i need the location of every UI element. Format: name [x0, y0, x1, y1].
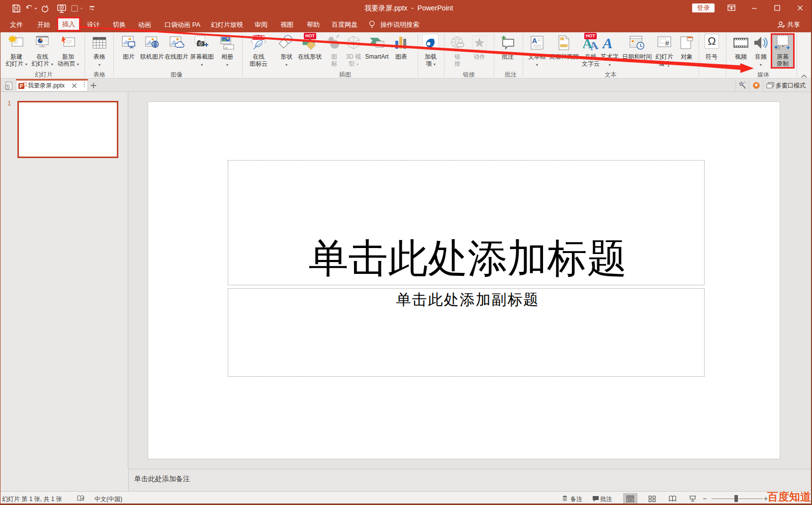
- svg-text:#: #: [665, 39, 669, 47]
- svg-text:A: A: [532, 37, 537, 45]
- svg-text:A: A: [602, 35, 613, 51]
- svg-text:P: P: [20, 84, 23, 89]
- svg-text:A: A: [589, 39, 599, 51]
